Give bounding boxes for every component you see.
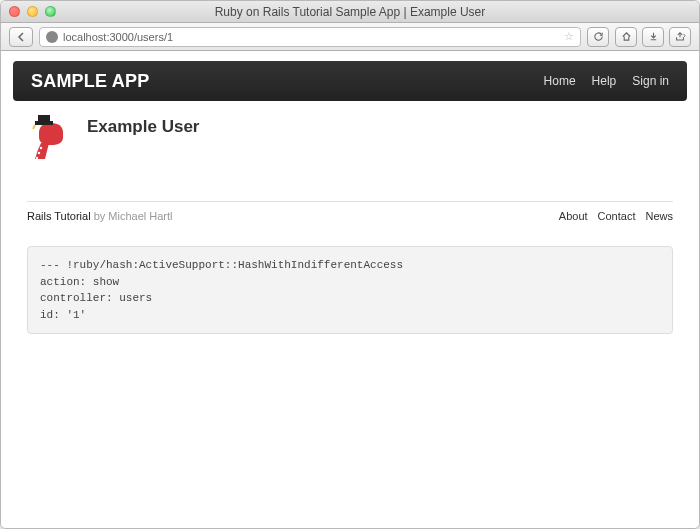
downloads-button[interactable] — [642, 27, 664, 47]
footer-news-link[interactable]: News — [645, 210, 673, 222]
home-button[interactable] — [615, 27, 637, 47]
brand-logo[interactable]: SAMPLE APP — [31, 71, 149, 92]
profile-name: Example User — [87, 115, 199, 137]
globe-icon — [46, 31, 58, 43]
footer-about-link[interactable]: About — [559, 210, 588, 222]
debug-dump: --- !ruby/hash:ActiveSupport::HashWithIn… — [27, 246, 673, 334]
url-text: localhost:3000/users/1 — [63, 31, 173, 43]
svg-point-3 — [38, 152, 40, 154]
nav-help-link[interactable]: Help — [592, 74, 617, 88]
window-titlebar: Ruby on Rails Tutorial Sample App | Exam… — [1, 1, 699, 23]
nav-home-link[interactable]: Home — [544, 74, 576, 88]
share-button[interactable] — [669, 27, 691, 47]
footer-by-text: by — [91, 210, 109, 222]
zoom-window-button[interactable] — [45, 6, 56, 17]
footer-tutorial-link[interactable]: Rails Tutorial — [27, 210, 91, 222]
nav-signin-link[interactable]: Sign in — [632, 74, 669, 88]
bookmark-star-icon[interactable]: ☆ — [564, 30, 574, 43]
footer-contact-link[interactable]: Contact — [598, 210, 636, 222]
close-window-button[interactable] — [9, 6, 20, 17]
minimize-window-button[interactable] — [27, 6, 38, 17]
user-avatar — [27, 115, 75, 163]
back-button[interactable] — [9, 27, 33, 47]
reload-button[interactable] — [587, 27, 609, 47]
browser-toolbar: localhost:3000/users/1 ☆ — [1, 23, 699, 51]
svg-point-2 — [40, 147, 42, 149]
footer: Rails Tutorial by Michael Hartl About Co… — [27, 201, 673, 230]
footer-author-link[interactable]: Michael Hartl — [108, 210, 172, 222]
url-bar[interactable]: localhost:3000/users/1 ☆ — [39, 27, 581, 47]
window-title: Ruby on Rails Tutorial Sample App | Exam… — [1, 5, 699, 19]
app-navbar: SAMPLE APP Home Help Sign in — [13, 61, 687, 101]
svg-rect-1 — [38, 115, 50, 123]
svg-point-4 — [36, 157, 38, 159]
